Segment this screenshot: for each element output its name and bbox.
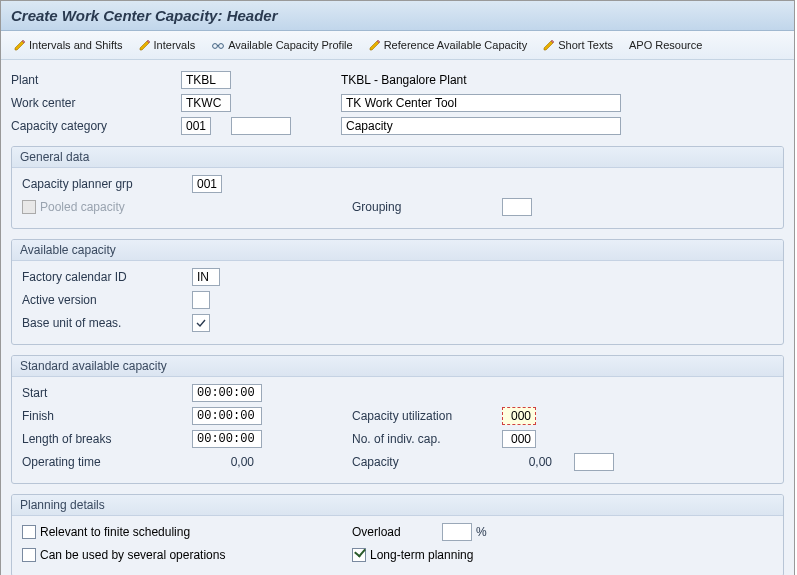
start-row: Start bbox=[22, 383, 773, 403]
general-data-title: General data bbox=[12, 147, 783, 168]
active-version-field[interactable] bbox=[192, 291, 210, 309]
available-capacity-group: Available capacity Factory calendar ID A… bbox=[11, 239, 784, 345]
finite-row: Relevant to finite scheduling Overload % bbox=[22, 522, 773, 542]
capacity-category-extra-field[interactable] bbox=[231, 117, 291, 135]
capacity-utilization-label: Capacity utilization bbox=[352, 409, 502, 423]
work-center-row: Work center bbox=[11, 93, 784, 113]
capacity-value: 0,00 bbox=[502, 455, 556, 469]
pencil-icon bbox=[139, 39, 151, 51]
avail-profile-button[interactable]: Available Capacity Profile bbox=[204, 35, 360, 55]
finish-field[interactable] bbox=[192, 407, 262, 425]
capacity-uom-field[interactable] bbox=[574, 453, 614, 471]
start-field[interactable] bbox=[192, 384, 262, 402]
capacity-category-label: Capacity category bbox=[11, 119, 181, 133]
ref-avail-label: Reference Available Capacity bbox=[384, 39, 528, 51]
ref-avail-button[interactable]: Reference Available Capacity bbox=[362, 35, 535, 55]
finite-scheduling-checkbox[interactable] bbox=[22, 525, 36, 539]
checkmark-icon bbox=[195, 317, 207, 329]
plant-row: Plant TKBL - Bangalore Plant bbox=[11, 70, 784, 90]
pencil-icon bbox=[369, 39, 381, 51]
base-uom-row: Base unit of meas. bbox=[22, 313, 773, 333]
longterm-planning-label: Long-term planning bbox=[370, 548, 473, 562]
finish-label: Finish bbox=[22, 409, 192, 423]
planner-grp-row: Capacity planner grp bbox=[22, 174, 773, 194]
page-title: Create Work Center Capacity: Header bbox=[1, 1, 794, 31]
short-texts-label: Short Texts bbox=[558, 39, 613, 51]
pooled-capacity-row: Pooled capacity Grouping bbox=[22, 197, 773, 217]
operating-time-label: Operating time bbox=[22, 455, 192, 469]
indiv-cap-field[interactable] bbox=[502, 430, 536, 448]
pooled-capacity-checkbox bbox=[22, 200, 36, 214]
several-ops-row: Can be used by several operations Long-t… bbox=[22, 545, 773, 565]
toolbar: Intervals and Shifts Intervals Available… bbox=[1, 31, 794, 60]
several-ops-label: Can be used by several operations bbox=[40, 548, 225, 562]
plant-field bbox=[181, 71, 231, 89]
pencil-icon bbox=[543, 39, 555, 51]
factory-calendar-label: Factory calendar ID bbox=[22, 270, 192, 284]
planning-details-group: Planning details Relevant to finite sche… bbox=[11, 494, 784, 575]
base-uom-label: Base unit of meas. bbox=[22, 316, 192, 330]
planner-grp-label: Capacity planner grp bbox=[22, 177, 192, 191]
work-center-text-field[interactable] bbox=[341, 94, 621, 112]
breaks-row: Length of breaks No. of indiv. cap. bbox=[22, 429, 773, 449]
avail-profile-label: Available Capacity Profile bbox=[228, 39, 353, 51]
percent-sign: % bbox=[476, 525, 487, 539]
grouping-field[interactable] bbox=[502, 198, 532, 216]
capacity-category-text-field[interactable] bbox=[341, 117, 621, 135]
apo-resource-button[interactable]: APO Resource bbox=[622, 35, 709, 55]
overload-label: Overload bbox=[352, 525, 442, 539]
standard-capacity-title: Standard available capacity bbox=[12, 356, 783, 377]
glasses-icon bbox=[211, 39, 225, 51]
intervals-label: Intervals bbox=[154, 39, 196, 51]
svg-point-1 bbox=[219, 44, 224, 49]
factory-calendar-row: Factory calendar ID bbox=[22, 267, 773, 287]
work-center-label: Work center bbox=[11, 96, 181, 110]
general-data-group: General data Capacity planner grp Pooled… bbox=[11, 146, 784, 229]
overload-field[interactable] bbox=[442, 523, 472, 541]
plant-description: TKBL - Bangalore Plant bbox=[341, 73, 467, 87]
planner-grp-field[interactable] bbox=[192, 175, 222, 193]
svg-point-0 bbox=[213, 44, 218, 49]
intervals-button[interactable]: Intervals bbox=[132, 35, 203, 55]
pooled-capacity-label: Pooled capacity bbox=[40, 200, 125, 214]
base-uom-lookup-button[interactable] bbox=[192, 314, 210, 332]
short-texts-button[interactable]: Short Texts bbox=[536, 35, 620, 55]
operating-time-value: 0,00 bbox=[192, 455, 258, 469]
finite-scheduling-label: Relevant to finite scheduling bbox=[40, 525, 190, 539]
capacity-label: Capacity bbox=[352, 455, 502, 469]
window: Create Work Center Capacity: Header Inte… bbox=[0, 0, 795, 575]
content-area: Plant TKBL - Bangalore Plant Work center… bbox=[1, 60, 794, 575]
work-center-field bbox=[181, 94, 231, 112]
intervals-shifts-label: Intervals and Shifts bbox=[29, 39, 123, 51]
standard-capacity-group: Standard available capacity Start Finish… bbox=[11, 355, 784, 484]
breaks-label: Length of breaks bbox=[22, 432, 192, 446]
finish-row: Finish Capacity utilization bbox=[22, 406, 773, 426]
active-version-label: Active version bbox=[22, 293, 192, 307]
capacity-utilization-field[interactable] bbox=[502, 407, 536, 425]
plant-label: Plant bbox=[11, 73, 181, 87]
pencil-icon bbox=[14, 39, 26, 51]
several-ops-checkbox[interactable] bbox=[22, 548, 36, 562]
capacity-category-field bbox=[181, 117, 211, 135]
grouping-label: Grouping bbox=[352, 200, 502, 214]
active-version-row: Active version bbox=[22, 290, 773, 310]
intervals-shifts-button[interactable]: Intervals and Shifts bbox=[7, 35, 130, 55]
apo-resource-label: APO Resource bbox=[629, 39, 702, 51]
start-label: Start bbox=[22, 386, 192, 400]
available-capacity-title: Available capacity bbox=[12, 240, 783, 261]
longterm-planning-checkbox[interactable] bbox=[352, 548, 366, 562]
indiv-cap-label: No. of indiv. cap. bbox=[352, 432, 502, 446]
breaks-field[interactable] bbox=[192, 430, 262, 448]
planning-details-title: Planning details bbox=[12, 495, 783, 516]
capacity-category-row: Capacity category bbox=[11, 116, 784, 136]
factory-calendar-field[interactable] bbox=[192, 268, 220, 286]
optime-row: Operating time 0,00 Capacity 0,00 bbox=[22, 452, 773, 472]
